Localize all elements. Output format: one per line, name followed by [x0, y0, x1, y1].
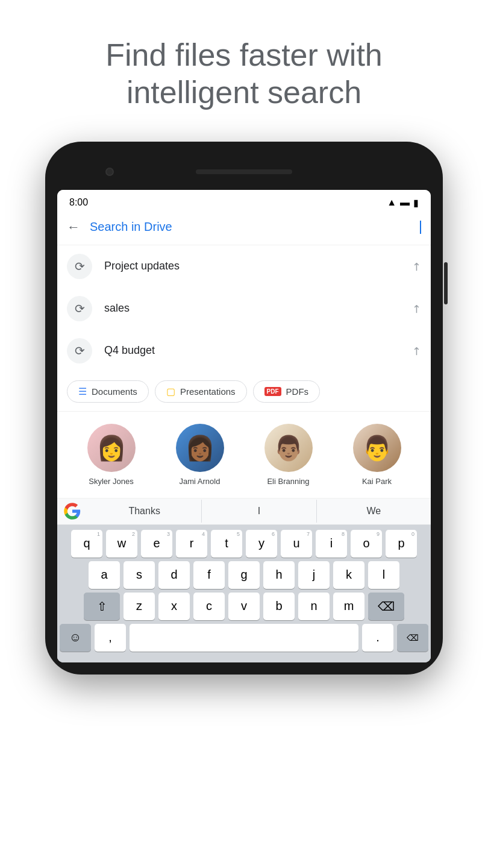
search-input[interactable]: Search in Drive — [90, 220, 420, 234]
keyboard-suggestions-bar: Thanks I We — [57, 498, 431, 525]
keyboard: Thanks I We 1q 2w 3e 4r 5t 6y 7u 8i 9o 0… — [57, 498, 431, 662]
docs-icon: ☰ — [78, 386, 87, 397]
key-s[interactable]: s — [124, 561, 155, 589]
back-button[interactable]: ← — [67, 219, 80, 235]
chip-documents[interactable]: ☰ Documents — [67, 380, 149, 403]
suggestion-item-3[interactable]: ⟳ Q4 budget ↗ — [57, 330, 431, 372]
search-bar[interactable]: ← Search in Drive — [57, 213, 431, 245]
key-z[interactable]: z — [124, 593, 155, 620]
key-enter[interactable]: ⌫ — [397, 624, 428, 652]
phone-camera — [105, 168, 114, 176]
phone-frame: 8:00 ▲ ▬ ▮ ← Search in Drive ⟳ Project u… — [45, 142, 443, 675]
suggestion-item-1[interactable]: ⟳ Project updates ↗ — [57, 245, 431, 288]
suggestion-item-2[interactable]: ⟳ sales ↗ — [57, 288, 431, 330]
person-kai[interactable]: Kai Park — [353, 424, 401, 486]
key-c[interactable]: c — [193, 593, 225, 620]
person-name-kai: Kai Park — [362, 477, 392, 486]
key-g[interactable]: g — [228, 561, 260, 589]
person-eli[interactable]: Eli Branning — [264, 424, 313, 486]
filter-chips: ☰ Documents ▢ Presentations PDF PDFs — [57, 372, 431, 412]
person-skyler[interactable]: Skyler Jones — [87, 424, 136, 486]
text-cursor — [420, 221, 421, 234]
status-bar: 8:00 ▲ ▬ ▮ — [57, 190, 431, 213]
phone-power-button — [444, 262, 448, 304]
battery-icon: ▮ — [413, 197, 419, 209]
wifi-icon: ▲ — [387, 197, 396, 208]
key-row-4: ☺ , . ⌫ — [60, 624, 428, 656]
key-row-3: ⇧ z x c v b n m ⌫ — [60, 593, 428, 620]
person-jami[interactable]: Jami Arnold — [176, 424, 224, 486]
key-emoji[interactable]: ☺ — [60, 624, 91, 652]
google-logo — [57, 502, 87, 520]
slides-icon: ▢ — [166, 386, 175, 397]
key-f[interactable]: f — [193, 561, 225, 589]
key-o[interactable]: 9o — [351, 530, 382, 558]
avatar-skyler — [87, 424, 136, 472]
key-p[interactable]: 0p — [386, 530, 417, 558]
key-b[interactable]: b — [263, 593, 295, 620]
chip-presentations-label: Presentations — [180, 386, 236, 397]
pdf-icon: PDF — [264, 387, 281, 396]
key-d[interactable]: d — [158, 561, 190, 589]
history-icon-wrap-2: ⟳ — [67, 296, 92, 321]
phone-speaker — [196, 169, 292, 174]
history-icon-1: ⟳ — [75, 259, 85, 274]
key-delete[interactable]: ⌫ — [368, 593, 404, 620]
key-j[interactable]: j — [298, 561, 330, 589]
key-comma[interactable]: , — [95, 624, 126, 652]
signal-icon: ▬ — [400, 197, 410, 208]
key-n[interactable]: n — [298, 593, 330, 620]
status-icons: ▲ ▬ ▮ — [387, 197, 419, 209]
key-shift[interactable]: ⇧ — [84, 593, 120, 620]
search-suggestions: ⟳ Project updates ↗ ⟳ sales ↗ ⟳ Q4 budge… — [57, 245, 431, 372]
key-r[interactable]: 4r — [176, 530, 207, 558]
key-w[interactable]: 2w — [106, 530, 137, 558]
key-i[interactable]: 8i — [316, 530, 347, 558]
avatar-jami — [176, 424, 224, 472]
history-icon-2: ⟳ — [75, 301, 85, 316]
key-row-2: a s d f g h j k l — [60, 561, 428, 589]
suggestion-we[interactable]: We — [317, 500, 431, 523]
avatar-eli — [264, 424, 313, 472]
keyboard-rows: 1q 2w 3e 4r 5t 6y 7u 8i 9o 0p a s d f — [57, 525, 431, 662]
suggestion-thanks[interactable]: Thanks — [87, 500, 202, 523]
person-name-eli: Eli Branning — [267, 477, 309, 486]
key-q[interactable]: 1q — [71, 530, 102, 558]
key-k[interactable]: k — [333, 561, 364, 589]
phone-top — [57, 154, 431, 190]
page-headline: Find files faster with intelligent searc… — [81, 36, 407, 112]
key-m[interactable]: m — [333, 593, 364, 620]
chip-presentations[interactable]: ▢ Presentations — [155, 380, 247, 403]
history-icon-wrap-1: ⟳ — [67, 254, 92, 279]
key-period[interactable]: . — [362, 624, 393, 652]
suggestion-text-1: Project updates — [104, 260, 412, 272]
key-h[interactable]: h — [263, 561, 295, 589]
key-space[interactable] — [130, 624, 358, 652]
key-t[interactable]: 5t — [211, 530, 242, 558]
key-a[interactable]: a — [89, 561, 120, 589]
key-l[interactable]: l — [368, 561, 399, 589]
key-e[interactable]: 3e — [141, 530, 172, 558]
suggestion-text-3: Q4 budget — [104, 344, 412, 357]
chip-pdfs[interactable]: PDF PDFs — [253, 380, 321, 403]
key-u[interactable]: 7u — [281, 530, 312, 558]
suggestion-i[interactable]: I — [202, 500, 316, 523]
chip-documents-label: Documents — [92, 386, 137, 397]
person-name-skyler: Skyler Jones — [89, 477, 133, 486]
key-x[interactable]: x — [158, 593, 190, 620]
status-time: 8:00 — [69, 197, 88, 208]
people-section: Skyler Jones Jami Arnold Eli Branning Ka… — [57, 412, 431, 498]
phone-screen: 8:00 ▲ ▬ ▮ ← Search in Drive ⟳ Project u… — [57, 190, 431, 662]
key-row-1: 1q 2w 3e 4r 5t 6y 7u 8i 9o 0p — [60, 530, 428, 558]
key-y[interactable]: 6y — [246, 530, 277, 558]
person-name-jami: Jami Arnold — [180, 477, 221, 486]
history-icon-wrap-3: ⟳ — [67, 338, 92, 363]
key-v[interactable]: v — [228, 593, 260, 620]
suggestion-text-2: sales — [104, 302, 412, 315]
history-icon-3: ⟳ — [75, 344, 85, 358]
avatar-kai — [353, 424, 401, 472]
chip-pdfs-label: PDFs — [286, 386, 309, 397]
